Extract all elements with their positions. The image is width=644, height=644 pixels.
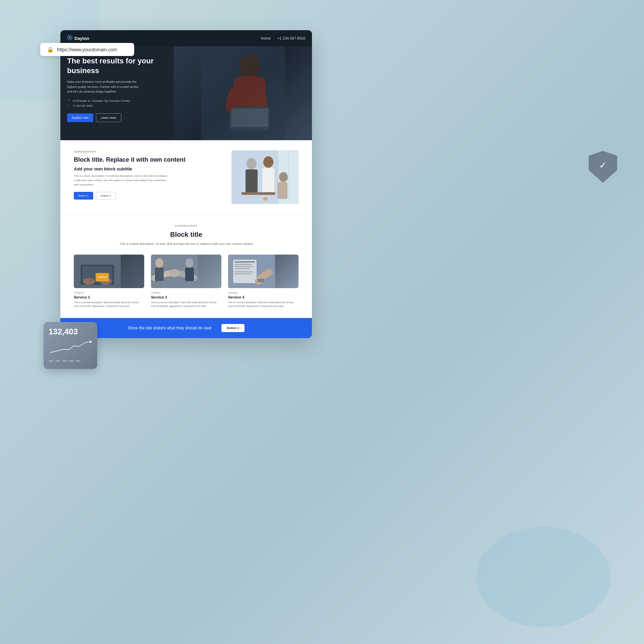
svg-rect-32: [235, 261, 255, 263]
svg-rect-35: [235, 268, 250, 269]
block1-button1[interactable]: Button 1: [74, 192, 93, 200]
hero-info: 📍 1st Example st., Example City, Example…: [67, 99, 184, 107]
svg-point-28: [185, 258, 194, 268]
stats-dots: [49, 360, 92, 362]
svg-point-3: [239, 55, 260, 78]
learn-more-button[interactable]: Learn more: [96, 113, 121, 122]
svg-rect-15: [241, 192, 275, 195]
main-content: SUPERSCRIPT Block title. Replace it with…: [60, 140, 312, 338]
hero-text-block: The best results for your business Make …: [60, 46, 191, 140]
shield-check-icon: ✓: [599, 160, 607, 171]
svg-point-13: [279, 172, 288, 182]
block2-title: Block title: [74, 230, 299, 239]
block1-image: [231, 150, 299, 204]
block1-buttons: Button 1 Button 2: [74, 192, 221, 200]
browser-window: Dayton Home +1 234 567 8910 The best res…: [60, 30, 312, 338]
service1-name: Service 1: [74, 295, 144, 299]
svg-rect-34: [235, 266, 253, 267]
location-icon: 📍: [67, 99, 70, 102]
block2-description: This is a block description. To edit, cl…: [74, 241, 299, 246]
service2-name: Service 2: [151, 295, 221, 299]
svg-point-38: [265, 269, 273, 276]
block1-title: Block title. Replace it with own content: [74, 156, 221, 164]
block1-button2[interactable]: Button 2: [96, 192, 116, 200]
service2-image: [151, 255, 221, 288]
svg-rect-23: [97, 276, 107, 278]
service3-description: This is a service description. Add more …: [228, 301, 299, 308]
lock-icon: 🔒: [47, 46, 54, 53]
service3-name: Service 3: [228, 295, 299, 299]
hero-description: Make your business more profitable and p…: [67, 79, 141, 94]
svg-point-26: [155, 258, 163, 268]
svg-point-9: [247, 158, 257, 169]
cta-text: Show the site visitors what they should …: [128, 326, 211, 330]
svg-rect-14: [277, 182, 287, 199]
cta-button[interactable]: Button 1: [221, 324, 245, 332]
url-text: https://www.yourdomain.com: [57, 47, 117, 52]
hero-title: The best results for your business: [67, 56, 184, 75]
bg-decoration-bottom-right: [476, 527, 610, 627]
nav-home-link[interactable]: Home: [261, 36, 271, 40]
block-centered-section: SUPERSCRIPT Block title This is a block …: [60, 214, 312, 318]
service2-category: Category: [151, 291, 221, 294]
svg-rect-36: [235, 271, 253, 272]
service3-category: Category: [228, 291, 299, 294]
explore-now-button[interactable]: Explore now: [67, 113, 93, 122]
service-card-2: Category Service 2 This is a service des…: [151, 255, 221, 308]
svg-rect-29: [185, 268, 194, 281]
service1-image: [74, 255, 144, 288]
hero-content-area: The best results for your business Make …: [60, 46, 312, 140]
cta-bar: Show the site visitors what they should …: [60, 318, 312, 338]
svg-point-25: [169, 269, 179, 277]
svg-rect-33: [235, 264, 252, 265]
service3-image: [228, 255, 299, 288]
service-card-1: Category Service 1 This is a service des…: [74, 255, 144, 308]
url-bar: 🔒 https://www.yourdomain.com: [40, 43, 134, 56]
office-people-image: [231, 150, 299, 204]
logo-icon: [67, 35, 72, 42]
svg-point-20: [83, 278, 95, 285]
logo-text: Dayton: [74, 36, 89, 41]
svg-rect-10: [246, 169, 258, 193]
site-logo: Dayton: [67, 35, 89, 42]
svg-rect-5: [231, 108, 268, 127]
hero-phone-item: 📞 +1 234 567 8910: [67, 104, 184, 107]
block-text-column: SUPERSCRIPT Block title. Replace it with…: [74, 150, 221, 200]
stats-number: 132,403: [49, 327, 92, 336]
service1-description: This is a service description. Add more …: [74, 301, 144, 308]
nav-links: Home +1 234 567 8910: [261, 36, 305, 40]
block-two-column: SUPERSCRIPT Block title. Replace it with…: [60, 140, 312, 214]
hero-person-image: [174, 46, 312, 140]
block1-superscript: SUPERSCRIPT: [74, 150, 221, 153]
nav-phone: +1 234 567 8910: [277, 36, 305, 40]
svg-point-0: [90, 341, 92, 343]
service2-description: This is a service description. Add more …: [151, 301, 221, 308]
hero-address: 1st Example st., Example City, Example C…: [72, 99, 130, 102]
hero-image-area: [174, 46, 312, 140]
hero-buttons: Explore now Learn more: [67, 113, 184, 122]
hero-address-item: 📍 1st Example st., Example City, Example…: [67, 99, 184, 102]
stats-chart: [49, 339, 92, 358]
shield-badge: ✓: [589, 151, 617, 183]
svg-rect-12: [262, 168, 274, 193]
services-grid: Category Service 1 This is a service des…: [74, 255, 299, 308]
svg-rect-39: [258, 279, 264, 282]
stats-widget: 132,403: [44, 322, 97, 369]
block-two-col-layout: SUPERSCRIPT Block title. Replace it with…: [74, 150, 299, 204]
phone-icon: 📞: [67, 104, 70, 107]
block1-description: This is a block description. To edit thi…: [74, 174, 168, 187]
svg-point-11: [263, 156, 273, 168]
service1-category: Category: [74, 291, 144, 294]
svg-rect-37: [235, 273, 252, 274]
hero-phone: +1 234 567 8910: [72, 104, 93, 107]
service-card-3: Category Service 3 This is a service des…: [228, 255, 299, 308]
svg-rect-27: [155, 268, 164, 281]
block1-subtitle: Add your own block subtitle: [74, 166, 221, 171]
svg-rect-16: [263, 197, 267, 201]
block2-superscript: SUPERSCRIPT: [74, 224, 299, 227]
